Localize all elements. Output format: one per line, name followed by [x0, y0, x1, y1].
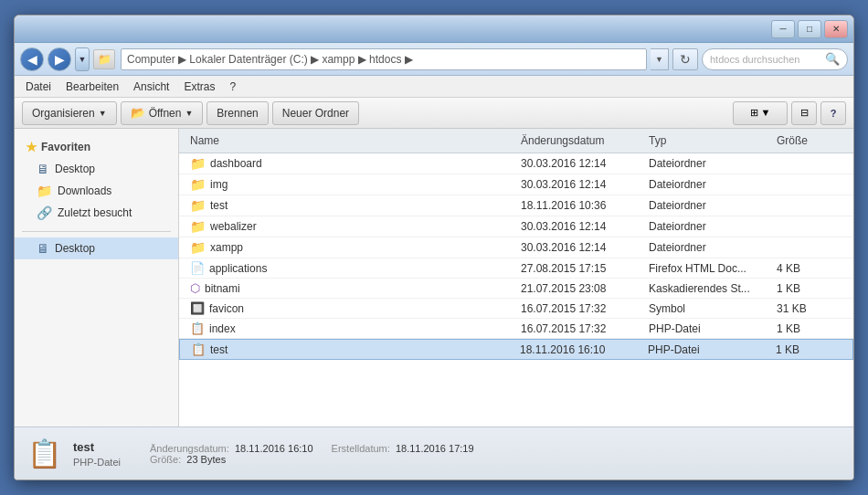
burn-button[interactable]: Brennen: [206, 101, 268, 125]
sidebar-item-recent[interactable]: 🔗 Zuletzt besucht: [15, 202, 178, 224]
file-date-cell: 18.11.2016 10:36: [517, 198, 645, 213]
minimize-button[interactable]: ─: [771, 20, 795, 38]
breadcrumb-bar[interactable]: Computer ▶ Lokaler Datenträger (C:) ▶ xa…: [121, 48, 647, 70]
status-details: Änderungsdatum: 18.11.2016 16:10 Erstell…: [150, 443, 474, 465]
file-type-cell: Symbol: [645, 301, 773, 316]
organize-button[interactable]: Organisieren ▼: [22, 101, 117, 125]
maximize-button[interactable]: □: [798, 20, 821, 38]
file-name-cell: 📁xampp: [186, 239, 517, 256]
star-icon: ★: [26, 140, 37, 154]
file-size-cell: [773, 205, 846, 206]
header-size[interactable]: Größe: [773, 132, 846, 149]
forward-button[interactable]: ▶: [48, 47, 71, 71]
file-type-cell: Dateiordner: [645, 177, 773, 192]
file-name-cell: ⬡bitnami: [186, 280, 517, 296]
main-window: ─ □ ✕ ◀ ▶ ▼ 📁 Computer ▶ Lokaler Datentr…: [14, 15, 854, 480]
menu-extras[interactable]: Extras: [176, 78, 222, 96]
file-name-cell: 📄applications: [186, 260, 517, 276]
size-label: Größe: 23 Bytes: [150, 454, 226, 465]
menu-help[interactable]: ?: [222, 78, 243, 96]
menu-bearbeiten[interactable]: Bearbeiten: [58, 78, 126, 96]
burn-label: Brennen: [217, 107, 258, 120]
new-folder-label: Neuer Ordner: [282, 107, 349, 120]
file-size-cell: 1 KB: [773, 321, 846, 336]
file-name-cell: 📁img: [186, 176, 517, 193]
html-file-icon: 📄: [190, 261, 205, 275]
search-bar[interactable]: htdocs durchsuchen 🔍: [702, 48, 848, 70]
recent-icon: 🔗: [37, 205, 52, 220]
table-row[interactable]: 📁test 18.11.2016 10:36 Dateiordner: [179, 195, 853, 216]
table-row[interactable]: 📁webalizer 30.03.2016 12:14 Dateiordner: [179, 216, 853, 237]
table-row[interactable]: 📁img 30.03.2016 12:14 Dateiordner: [179, 174, 853, 195]
sidebar-item-downloads[interactable]: 📁 Downloads: [15, 180, 178, 202]
create-label: Erstelldatum: 18.11.2016 17:19: [332, 443, 474, 454]
file-type-cell: Dateiordner: [645, 219, 773, 234]
favorites-label: Favoriten: [41, 141, 90, 153]
header-type[interactable]: Typ: [645, 132, 773, 149]
status-size-row: Größe: 23 Bytes: [150, 454, 474, 465]
open-button[interactable]: 📂 Öffnen ▼: [121, 101, 204, 125]
sidebar-divider: [22, 231, 171, 232]
table-row[interactable]: 📁dashboard 30.03.2016 12:14 Dateiordner: [179, 153, 853, 174]
file-date-cell: 16.07.2015 17:32: [517, 321, 645, 336]
status-bar: 📋 test PHP-Datei Änderungsdatum: 18.11.2…: [15, 427, 853, 479]
sidebar-desktop-label: Desktop: [55, 163, 95, 175]
status-file-icon: 📋: [26, 436, 62, 472]
sidebar-desktop2-label: Desktop: [55, 242, 95, 255]
sidebar-recent-label: Zuletzt besucht: [58, 206, 132, 219]
breadcrumb-path: Computer ▶ Lokaler Datenträger (C:) ▶ xa…: [127, 53, 413, 66]
address-bar-area: ◀ ▶ ▼ 📁 Computer ▶ Lokaler Datenträger (…: [15, 43, 853, 76]
desktop-section: 🖥 Desktop: [15, 237, 178, 259]
sidebar-item-desktop[interactable]: 🖥 Desktop: [15, 158, 178, 180]
table-row[interactable]: 📄applications 27.08.2015 17:15 Firefox H…: [179, 258, 853, 279]
php-file-icon: 📋: [190, 321, 205, 335]
title-bar: ─ □ ✕: [15, 16, 853, 43]
refresh-button[interactable]: ↻: [672, 48, 698, 70]
header-name[interactable]: Name: [186, 132, 517, 149]
sidebar-item-desktop2[interactable]: 🖥 Desktop: [15, 237, 178, 259]
nav-dropdown-button[interactable]: ▼: [75, 47, 90, 71]
organize-dropdown-icon: ▼: [99, 109, 107, 118]
file-name-cell: 📋index: [186, 321, 517, 336]
file-date-cell: 30.03.2016 12:14: [517, 240, 645, 255]
help-button[interactable]: ?: [820, 101, 846, 125]
file-type-cell: Dateiordner: [645, 198, 773, 213]
status-info: test PHP-Datei: [73, 440, 121, 468]
main-content: ★ Favoriten 🖥 Desktop 📁 Downloads 🔗 Zule…: [15, 129, 853, 427]
status-dates-row: Änderungsdatum: 18.11.2016 16:10 Erstell…: [150, 443, 474, 454]
table-row[interactable]: 📁xampp 30.03.2016 12:14 Dateiordner: [179, 237, 853, 258]
open-folder-icon: 📂: [131, 106, 145, 120]
back-button[interactable]: ◀: [20, 47, 44, 71]
toolbar-right: ⊞ ▼ ⊟ ?: [733, 101, 846, 125]
file-type-cell: Dateiordner: [645, 240, 773, 255]
menu-bar: Datei Bearbeiten Ansicht Extras ?: [15, 76, 853, 98]
file-name-cell: 📁dashboard: [186, 155, 517, 172]
menu-ansicht[interactable]: Ansicht: [126, 78, 176, 96]
header-date[interactable]: Änderungsdatum: [517, 132, 645, 149]
toolbar: Organisieren ▼ 📂 Öffnen ▼ Brennen Neuer …: [15, 98, 853, 129]
file-name-cell: 📁test: [186, 197, 517, 214]
breadcrumb-dropdown[interactable]: ▼: [651, 48, 669, 70]
file-name-cell: 📋test: [187, 342, 516, 357]
favorites-section: ★ Favoriten 🖥 Desktop 📁 Downloads 🔗 Zule…: [15, 136, 178, 224]
file-size-cell: 31 KB: [773, 301, 846, 316]
table-row[interactable]: 📋index 16.07.2015 17:32 PHP-Datei 1 KB: [179, 319, 853, 339]
ico-file-icon: 🔲: [190, 301, 205, 315]
file-type-cell: Firefox HTML Doc...: [645, 261, 773, 276]
file-size-cell: 1 KB: [772, 342, 845, 357]
search-placeholder: htdocs durchsuchen: [710, 54, 799, 65]
table-row[interactable]: 📋test 18.11.2016 16:10 PHP-Datei 1 KB: [179, 339, 853, 360]
file-size-cell: 1 KB: [773, 281, 846, 296]
folder-icon: 📁: [190, 240, 206, 255]
view-options-button[interactable]: ⊞ ▼: [733, 101, 788, 125]
table-row[interactable]: ⬡bitnami 21.07.2015 23:08 Kaskadierendes…: [179, 279, 853, 299]
file-date-cell: 27.08.2015 17:15: [517, 261, 645, 276]
file-size-cell: [773, 247, 846, 248]
menu-datei[interactable]: Datei: [18, 78, 58, 96]
folder-icon: 📁: [190, 219, 206, 234]
new-folder-button[interactable]: Neuer Ordner: [272, 101, 359, 125]
table-row[interactable]: 🔲favicon 16.07.2015 17:32 Symbol 31 KB: [179, 299, 853, 319]
close-button[interactable]: ✕: [824, 20, 848, 38]
preview-button[interactable]: ⊟: [791, 101, 817, 125]
file-type-cell: Dateiordner: [645, 156, 773, 171]
